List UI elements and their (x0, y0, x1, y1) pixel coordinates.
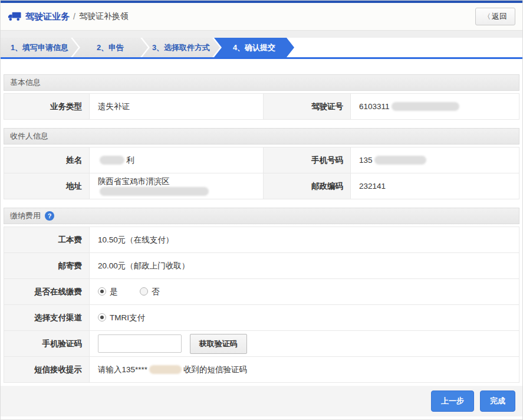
get-sms-code-button[interactable]: 获取验证码 (190, 334, 247, 354)
table-row: 地址 陕西省宝鸡市渭滨区 邮政编码 232141 (4, 173, 519, 199)
channel-options: TMRI支付 (90, 305, 519, 331)
payment-title: 缴纳费用 (10, 208, 41, 224)
tab-step2-declare[interactable]: 2、申告 (73, 38, 148, 57)
header-separator-band (1, 31, 522, 38)
table-row: 邮寄费 20.00元（邮政上门收取） (4, 253, 519, 279)
radio-channel-tmri[interactable] (98, 313, 106, 321)
address-label: 地址 (4, 173, 90, 199)
sms-tip-label: 短信接收提示 (4, 357, 90, 383)
table-row: 短信接收提示 请输入135****收到的短信验证码 (4, 357, 519, 383)
payment-table: 工本费 10.50元（在线支付） 邮寄费 20.00元（邮政上门收取） 是否在线… (4, 227, 519, 383)
breadcrumb-divider: / (73, 12, 75, 21)
name-label: 姓名 (4, 147, 90, 173)
phone-text: 135 (359, 156, 373, 165)
redaction-smudge (100, 187, 209, 196)
section-header-payment: 缴纳费用 ? (4, 208, 519, 224)
fee-label: 工本费 (4, 227, 90, 253)
tab-step1-fill-application[interactable]: 1、填写申请信息 (1, 38, 78, 57)
name-value: 利 (90, 147, 264, 173)
business-type-value: 遗失补证 (90, 94, 264, 120)
redaction-smudge (374, 156, 426, 165)
sms-code-input[interactable] (98, 334, 182, 353)
postcode-value: 232141 (351, 173, 519, 199)
business-type-label: 业务类型 (4, 94, 90, 120)
footer-action-bar: 上一步 完成 (1, 386, 522, 416)
redaction-smudge (100, 156, 124, 165)
license-no-text: 6103311 (359, 102, 390, 111)
channel-option-label: TMRI支付 (110, 313, 145, 322)
table-row: 是否在线缴费 是 否 (4, 279, 519, 305)
license-no-value: 6103311 (351, 94, 519, 120)
help-icon[interactable]: ? (45, 211, 54, 221)
tab-step4-confirm-submit[interactable]: 4、确认提交 (214, 38, 294, 57)
breadcrumb: 驾驶证补换领 (79, 11, 129, 22)
truck-icon (8, 12, 21, 21)
main-content: 基本信息 业务类型 遗失补证 驾驶证号 6103311 收件人信息 姓名 利 手… (1, 74, 522, 383)
phone-label: 手机号码 (264, 147, 351, 173)
back-button[interactable]: 〈返回 (475, 8, 515, 25)
table-row: 业务类型 遗失补证 驾驶证号 6103311 (4, 94, 519, 120)
online-pay-yes-label: 是 (110, 287, 118, 296)
redaction-smudge (149, 365, 182, 374)
previous-step-button[interactable]: 上一步 (431, 391, 474, 412)
sms-code-row: 获取验证码 (90, 331, 519, 357)
channel-label: 选择支付渠道 (4, 305, 90, 331)
table-row: 选择支付渠道 TMRI支付 (4, 305, 519, 331)
address-value: 陕西省宝鸡市渭滨区 (90, 173, 264, 199)
fee-value: 10.50元（在线支付） (90, 227, 519, 253)
radio-online-pay-no[interactable] (140, 287, 148, 296)
postage-label: 邮寄费 (4, 253, 90, 279)
online-pay-no-label: 否 (152, 287, 160, 296)
page-title: 驾驶证业务 (25, 11, 70, 22)
basic-info-title: 基本信息 (10, 75, 41, 90)
phone-value: 135 (351, 147, 519, 173)
table-row: 姓名 利 手机号码 135 (4, 147, 519, 173)
recipient-info-title: 收件人信息 (10, 129, 48, 144)
sms-code-label: 手机验证码 (4, 331, 90, 357)
page-header: 驾驶证业务 / 驾驶证补换领 〈返回 (1, 3, 522, 31)
redaction-smudge (392, 102, 459, 111)
name-text: 利 (126, 156, 134, 165)
radio-online-pay-yes[interactable] (98, 287, 106, 296)
back-chevron-icon: 〈 (483, 12, 491, 21)
table-row: 手机验证码 获取验证码 (4, 331, 519, 357)
section-header-recipient-info: 收件人信息 (4, 128, 519, 145)
back-button-label: 返回 (492, 12, 507, 21)
sms-tip-prefix: 请输入135**** (98, 365, 147, 374)
sms-tip-suffix: 收到的短信验证码 (183, 365, 247, 374)
tab-step3-pickup-method[interactable]: 3、选择取件方式 (142, 38, 220, 57)
sms-tip-value: 请输入135****收到的短信验证码 (90, 357, 519, 383)
section-header-basic-info: 基本信息 (4, 74, 519, 91)
basic-info-table: 业务类型 遗失补证 驾驶证号 6103311 (4, 93, 519, 120)
recipient-info-table: 姓名 利 手机号码 135 地址 陕西省宝鸡市渭滨区 邮政编码 232141 (4, 147, 519, 199)
online-pay-options: 是 否 (90, 279, 519, 305)
license-no-label: 驾驶证号 (264, 94, 351, 120)
postcode-label: 邮政编码 (264, 173, 351, 199)
step-tabs: 1、填写申请信息 2、申告 3、选择取件方式 4、确认提交 (1, 38, 522, 59)
finish-button[interactable]: 完成 (480, 391, 515, 412)
postage-value: 20.00元（邮政上门收取） (90, 253, 519, 279)
address-text: 陕西省宝鸡市渭滨区 (98, 177, 170, 186)
online-pay-label: 是否在线缴费 (4, 279, 90, 305)
table-row: 工本费 10.50元（在线支付） (4, 227, 519, 253)
